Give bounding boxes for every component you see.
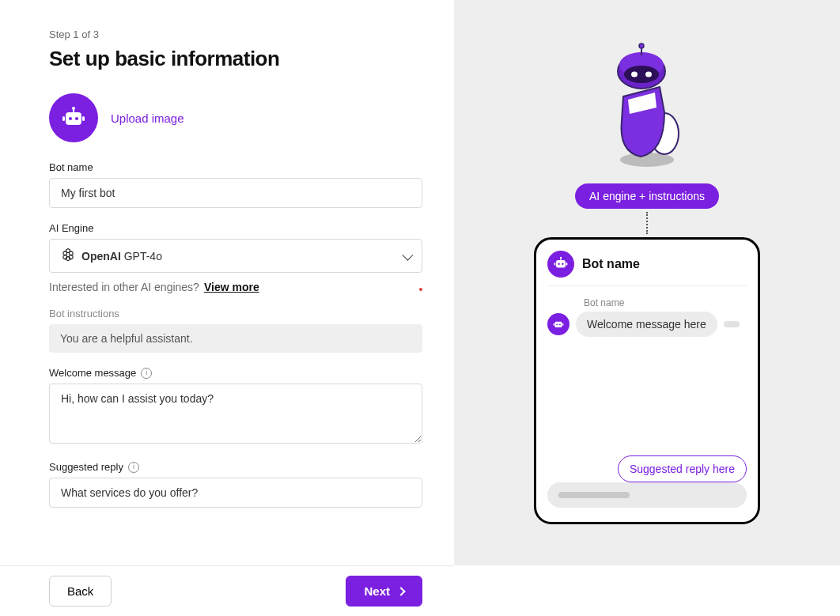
- preview-header-title: Bot name: [582, 257, 640, 271]
- info-icon[interactable]: i: [141, 368, 152, 379]
- svg-point-5: [69, 117, 72, 120]
- svg-rect-1: [73, 109, 74, 112]
- back-button[interactable]: Back: [49, 576, 112, 607]
- robot-icon: [554, 256, 568, 272]
- suggested-reply-input[interactable]: [49, 478, 422, 508]
- robot-icon: [553, 317, 564, 331]
- bubble-tail-icon: [724, 321, 740, 327]
- suggested-reply-label: Suggested reply: [49, 461, 123, 473]
- view-more-link[interactable]: View more: [204, 281, 259, 293]
- placeholder-stub: [558, 492, 630, 498]
- next-button-label: Next: [364, 584, 390, 598]
- svg-point-13: [645, 72, 652, 77]
- robot-illustration: [600, 41, 694, 168]
- bot-instructions-label: Bot instructions: [49, 308, 422, 319]
- robot-icon: [62, 106, 85, 130]
- preview-suggested-pill: Suggested reply here: [618, 455, 747, 482]
- preview-bot-avatar: [547, 251, 574, 278]
- next-button[interactable]: Next: [346, 576, 422, 607]
- preview-input-placeholder: [547, 482, 747, 508]
- svg-rect-20: [566, 263, 568, 266]
- ai-engine-hint: Interested in other AI engines?: [49, 281, 199, 293]
- preview-welcome-bubble: Welcome message here: [576, 312, 717, 337]
- svg-rect-18: [556, 260, 566, 268]
- ai-engine-select[interactable]: OpenAI GPT-4o: [49, 239, 422, 273]
- svg-point-27: [559, 323, 561, 325]
- welcome-message-input[interactable]: [49, 384, 422, 444]
- svg-rect-25: [562, 323, 563, 326]
- notification-dot-icon: [419, 288, 422, 291]
- svg-rect-24: [554, 323, 554, 326]
- chat-preview-card: Bot name Bot name: [534, 237, 760, 524]
- chevron-right-icon: [396, 587, 405, 595]
- connector-line: [646, 212, 648, 234]
- bot-name-label: Bot name: [49, 161, 422, 173]
- ai-engine-provider: OpenAI: [81, 250, 121, 263]
- bot-instructions-display: You are a helpful assistant.: [49, 324, 422, 353]
- info-icon[interactable]: i: [128, 462, 139, 473]
- upload-image-link[interactable]: Upload image: [111, 111, 184, 125]
- chevron-down-icon: [402, 249, 413, 260]
- svg-rect-23: [554, 322, 562, 327]
- svg-rect-4: [82, 116, 85, 121]
- ai-engine-label: AI Engine: [49, 222, 422, 234]
- svg-point-22: [562, 263, 563, 265]
- bot-avatar-placeholder[interactable]: [49, 93, 98, 142]
- svg-rect-19: [554, 263, 556, 266]
- welcome-message-label: Welcome message: [49, 367, 136, 379]
- svg-point-21: [558, 263, 559, 265]
- svg-point-15: [639, 43, 644, 48]
- preview-message-sender: Bot name: [584, 297, 747, 308]
- svg-point-11: [624, 66, 659, 83]
- bot-name-input[interactable]: [49, 178, 422, 208]
- openai-icon: [61, 248, 75, 264]
- step-indicator: Step 1 of 3: [49, 28, 422, 40]
- engine-instructions-pill: AI engine + instructions: [575, 183, 719, 209]
- svg-point-26: [556, 323, 558, 325]
- svg-point-6: [75, 117, 78, 120]
- svg-rect-3: [62, 116, 65, 121]
- svg-rect-2: [66, 112, 81, 125]
- svg-point-12: [631, 72, 638, 77]
- svg-rect-17: [560, 259, 561, 260]
- page-title: Set up basic information: [49, 47, 422, 71]
- preview-msg-avatar: [547, 313, 569, 335]
